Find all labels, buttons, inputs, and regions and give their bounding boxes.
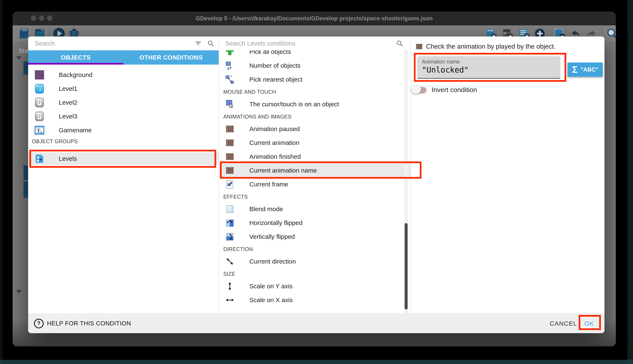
filter-icon[interactable]: [194, 40, 202, 47]
invert-condition-toggle-knob[interactable]: [411, 84, 421, 94]
condition-row[interactable]: Current frame: [219, 178, 411, 191]
condition-row[interactable]: Animation finished: [219, 150, 411, 164]
search-icon[interactable]: [396, 40, 403, 47]
condition-row[interactable]: Scale on X axis: [219, 293, 411, 307]
condition-row[interactable]: Animation paused: [219, 122, 411, 136]
condition-section-header: EFFECTS: [219, 191, 411, 202]
object-label: Level2: [59, 99, 77, 106]
wallpaper-edge-left: [0, 0, 3, 364]
condition-row[interactable]: Current animation: [219, 136, 411, 150]
condition-description-row: Check the animation by played by the obj…: [416, 43, 600, 50]
condition-description: Check the animation by played by the obj…: [426, 43, 555, 50]
number-of-objects-icon: [225, 61, 234, 70]
direction-arrow-icon: [225, 257, 234, 266]
condition-row[interactable]: Vertically flipped: [219, 230, 411, 244]
cancel-button[interactable]: CANCEL: [550, 314, 577, 333]
condition-row[interactable]: Horizontally flipped: [219, 216, 411, 230]
object-search-row: [35, 36, 190, 50]
sigma-icon: Σ: [572, 65, 578, 74]
background-object-icon: [35, 70, 45, 80]
animation-name-field[interactable]: Animation name "Unlocked": [417, 56, 560, 79]
cursor-on-object-icon: [225, 100, 234, 108]
field-label: Animation name: [422, 59, 460, 65]
invert-condition-label: Invert condition: [432, 86, 477, 94]
filmstrip-icon: [416, 43, 423, 50]
tab-objects[interactable]: OBJECTS: [28, 50, 123, 64]
wallpaper-edge-right: [627, 0, 633, 364]
pick-nearest-object-icon: [225, 75, 234, 84]
blend-mode-icon: [225, 205, 234, 214]
text-object-icon: [35, 125, 45, 135]
object-row-background[interactable]: Background: [28, 68, 219, 82]
object-row-level3[interactable]: Level3: [28, 110, 219, 123]
condition-row[interactable]: Number of objects: [219, 59, 411, 72]
pick-all-objects-icon: [225, 50, 234, 56]
lock-icon: [35, 98, 45, 108]
condition-row[interactable]: Blend mode: [219, 202, 411, 216]
filmstrip-icon: [225, 166, 234, 175]
lock-icon: [35, 111, 45, 122]
condition-section-header: DIRECTION: [219, 244, 411, 254]
condition-row[interactable]: Scale on Y axis: [219, 279, 411, 293]
condition-section-header: SIZE: [219, 268, 411, 279]
condition-list: Pick all objects Number of objects Pick …: [219, 50, 411, 314]
condition-row[interactable]: Current direction: [219, 254, 411, 268]
object-row-level2[interactable]: Level2: [28, 96, 219, 110]
object-group-row-levels[interactable]: Levels: [28, 152, 219, 165]
object-label: Level1: [59, 85, 77, 92]
condition-section-header: ANIMATIONS AND IMAGES: [219, 111, 411, 122]
level1-object-icon: [35, 84, 45, 94]
condition-section-header: MOUSE AND TOUCH: [219, 86, 411, 97]
event-disclosure-caret: [16, 56, 22, 60]
object-search-input[interactable]: [35, 40, 190, 47]
vertical-flip-icon: [225, 232, 234, 241]
scale-y-icon: [225, 282, 234, 290]
object-row-level1[interactable]: Level1: [28, 82, 219, 96]
help-link[interactable]: HELP FOR THIS CONDITION: [47, 320, 131, 327]
current-frame-icon: [225, 180, 234, 189]
window-titlebar: GDevelop 5 - /Users/dkarakay/Documents/G…: [13, 12, 616, 25]
object-label: Gamename: [59, 127, 92, 134]
scene-tab-label: Sta: [19, 47, 28, 54]
event-disclosure-caret: [16, 290, 22, 293]
ok-button[interactable]: OK: [584, 314, 594, 333]
condition-row[interactable]: Pick nearest object: [219, 72, 411, 86]
active-tab-underline: [28, 63, 123, 64]
dialog-footer: ? HELP FOR THIS CONDITION CANCEL OK: [28, 314, 604, 333]
tab-other-conditions[interactable]: OTHER CONDITIONS: [123, 50, 219, 64]
object-group-label: Levels: [59, 155, 77, 162]
condition-search-row: [225, 36, 389, 50]
horizontal-flip-icon: [225, 218, 234, 227]
condition-row[interactable]: Pick all objects: [219, 50, 411, 59]
scrollbar-thumb[interactable]: [405, 223, 408, 310]
object-row-gamename[interactable]: Gamename: [28, 123, 219, 137]
object-label: Level3: [59, 113, 77, 120]
condition-row[interactable]: The cursor/touch is on an object: [219, 97, 411, 111]
search-tool-icon[interactable]: [606, 28, 616, 40]
field-value: "Unlocked": [422, 66, 469, 74]
filmstrip-icon: [225, 138, 234, 147]
help-icon[interactable]: ?: [34, 319, 44, 328]
wallpaper-edge-bottom: [0, 360, 633, 364]
scale-x-icon: [225, 296, 234, 304]
condition-row-current-animation-name[interactable]: Current animation name: [219, 164, 411, 178]
condition-editor-dialog: OBJECTS OTHER CONDITIONS Background Leve…: [28, 36, 604, 333]
condition-search-input[interactable]: [225, 40, 389, 47]
object-label: Background: [59, 71, 92, 78]
filmstrip-icon: [225, 152, 234, 161]
window-title: GDevelop 5 - /Users/dkarakay/Documents/G…: [13, 12, 616, 25]
search-icon[interactable]: [207, 40, 214, 47]
left-tab-bar: OBJECTS OTHER CONDITIONS: [28, 50, 219, 64]
object-group-icon: [35, 154, 45, 164]
object-groups-header: OBJECT GROUPS: [32, 138, 78, 144]
expression-editor-button[interactable]: Σ "ABC": [567, 62, 603, 77]
filmstrip-icon: [225, 124, 234, 133]
column-divider: [411, 36, 411, 314]
